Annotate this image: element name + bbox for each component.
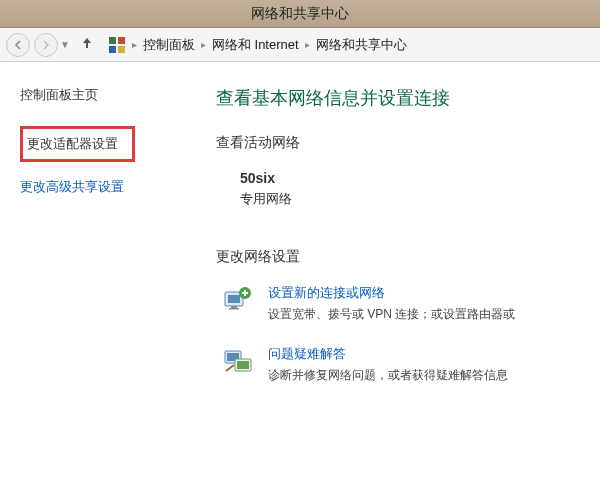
svg-rect-2 [109,46,116,53]
setting-row-new-connection: 设置新的连接或网络 设置宽带、拨号或 VPN 连接；或设置路由器或 [222,284,600,323]
setting-desc: 设置宽带、拨号或 VPN 连接；或设置路由器或 [268,306,515,323]
svg-rect-12 [237,361,249,369]
network-type: 专用网络 [240,190,600,208]
setting-desc: 诊断并修复网络问题，或者获得疑难解答信息 [268,367,508,384]
svg-rect-0 [109,37,116,44]
back-button[interactable] [6,33,30,57]
navigation-bar: ▼ ▸ 控制面板 ▸ 网络和 Internet ▸ 网络和共享中心 [0,28,600,62]
active-networks-heading: 查看活动网络 [216,134,600,152]
network-name: 50six [240,170,600,186]
sidebar-link-advanced-sharing[interactable]: 更改高级共享设置 [20,178,190,196]
breadcrumb-item[interactable]: 控制面板 [143,36,195,54]
history-dropdown-icon[interactable]: ▼ [60,39,70,50]
breadcrumb[interactable]: ▸ 控制面板 ▸ 网络和 Internet ▸ 网络和共享中心 [108,36,407,54]
control-panel-icon [108,36,126,54]
setting-link-troubleshoot[interactable]: 问题疑难解答 [268,345,508,363]
up-button[interactable] [78,36,96,53]
svg-rect-5 [228,295,240,303]
svg-rect-3 [118,46,125,53]
troubleshoot-icon [222,345,254,377]
page-title: 查看基本网络信息并设置连接 [216,86,600,110]
forward-button[interactable] [34,33,58,57]
setting-text: 问题疑难解答 诊断并修复网络问题，或者获得疑难解答信息 [268,345,508,384]
svg-rect-7 [229,308,239,310]
breadcrumb-item[interactable]: 网络和 Internet [212,36,299,54]
window-title: 网络和共享中心 [251,5,349,23]
change-settings-heading: 更改网络设置 [216,248,600,266]
new-connection-icon [222,284,254,316]
svg-rect-1 [118,37,125,44]
breadcrumb-item[interactable]: 网络和共享中心 [316,36,407,54]
chevron-right-icon: ▸ [132,39,137,50]
active-network-block: 50six 专用网络 [240,170,600,208]
window-title-bar: 网络和共享中心 [0,0,600,28]
sidebar: 控制面板主页 更改适配器设置 更改高级共享设置 [0,62,200,500]
setting-link-new-connection[interactable]: 设置新的连接或网络 [268,284,515,302]
setting-text: 设置新的连接或网络 设置宽带、拨号或 VPN 连接；或设置路由器或 [268,284,515,323]
svg-rect-6 [231,306,237,308]
chevron-right-icon: ▸ [305,39,310,50]
sidebar-link-label: 更改适配器设置 [27,136,118,151]
content-area: 控制面板主页 更改适配器设置 更改高级共享设置 查看基本网络信息并设置连接 查看… [0,62,600,500]
sidebar-link-adapter-settings[interactable]: 更改适配器设置 [20,126,135,162]
sidebar-link-label: 更改高级共享设置 [20,179,124,194]
sidebar-heading[interactable]: 控制面板主页 [20,86,190,104]
setting-row-troubleshoot: 问题疑难解答 诊断并修复网络问题，或者获得疑难解答信息 [222,345,600,384]
chevron-right-icon: ▸ [201,39,206,50]
main-panel: 查看基本网络信息并设置连接 查看活动网络 50six 专用网络 更改网络设置 设… [200,62,600,500]
